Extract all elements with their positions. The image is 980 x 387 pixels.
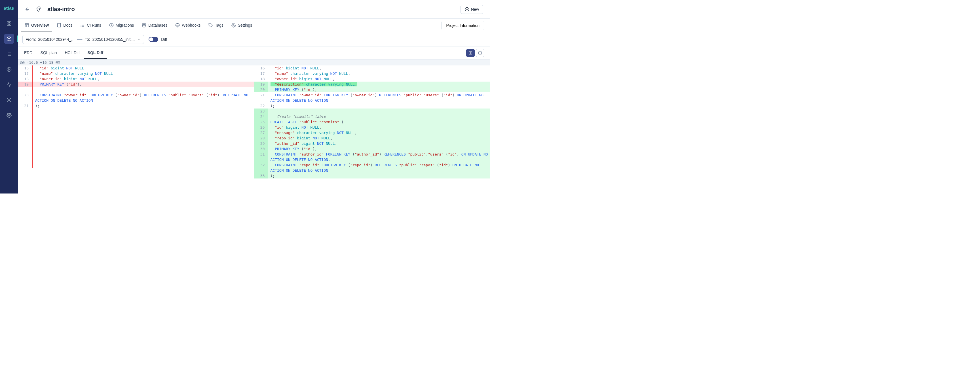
tab-webhooks[interactable]: Webhooks xyxy=(172,19,204,32)
svg-rect-3 xyxy=(10,24,11,25)
tab-label: Migrations xyxy=(116,23,134,27)
tab-migrations[interactable]: Migrations xyxy=(106,19,138,32)
line-number: 19 xyxy=(18,82,32,87)
project-info-button[interactable]: Project Information xyxy=(442,21,485,30)
line-number: 16 xyxy=(254,65,268,71)
new-button[interactable]: New xyxy=(460,5,483,14)
diff-line: 23 xyxy=(254,108,490,114)
tab-databases[interactable]: Databases xyxy=(138,19,171,32)
diff-line: 26 "id" bigint NOT NULL, xyxy=(254,125,490,130)
line-number: 18 xyxy=(254,76,268,82)
sidebar-settings-icon[interactable] xyxy=(4,110,14,121)
diff-line: 28 "repo_id" bigint NOT NULL, xyxy=(254,135,490,141)
sidebar-list-icon[interactable] xyxy=(4,49,14,59)
line-content: -- Create "commits" table xyxy=(268,114,490,119)
subtab-erd[interactable]: ERD xyxy=(20,47,37,59)
line-content xyxy=(33,130,254,135)
sidebar-compass-icon[interactable] xyxy=(4,95,14,105)
sidebar-play-icon[interactable] xyxy=(4,64,14,75)
line-number: 24 xyxy=(254,114,268,119)
tab-overview[interactable]: Overview xyxy=(21,19,52,32)
line-content: PRIMARY KEY ("id"), xyxy=(268,146,490,152)
tab-label: Tags xyxy=(215,23,223,27)
chevron-down-icon xyxy=(137,37,141,41)
line-number: 31 xyxy=(254,152,268,162)
tabs-row: OverviewDocsCI RunsMigrationsDatabasesWe… xyxy=(18,19,490,32)
subtab-sqlplan[interactable]: SQL plan xyxy=(37,47,61,59)
line-number xyxy=(18,152,32,157)
tab-tags[interactable]: Tags xyxy=(205,19,227,32)
line-number xyxy=(18,162,32,168)
line-content xyxy=(33,87,254,92)
line-number xyxy=(18,108,32,114)
line-number: 25 xyxy=(254,119,268,125)
tab-docs[interactable]: Docs xyxy=(53,19,76,32)
tab-ciruns[interactable]: CI Runs xyxy=(77,19,105,32)
diff-line: 20 CONSTRAINT "owner_id" FOREIGN KEY ("o… xyxy=(18,92,254,103)
sidebar-dashboard-icon[interactable] xyxy=(4,18,14,29)
line-number: 20 xyxy=(254,87,268,92)
svg-point-28 xyxy=(110,23,113,27)
line-number xyxy=(18,87,32,92)
diff-line: 29 "author_id" bigint NOT NULL, xyxy=(254,141,490,146)
line-content: CONSTRAINT "repo_id" FOREIGN KEY ("repo_… xyxy=(268,162,490,173)
sidebar-box-icon[interactable] xyxy=(4,34,14,44)
line-number: 29 xyxy=(254,141,268,146)
tab-settings[interactable]: Settings xyxy=(228,19,256,32)
diff-line-empty xyxy=(18,119,254,125)
subtabs-row: ERDSQL planHCL DiffSQL Diff xyxy=(18,46,490,60)
line-number xyxy=(18,130,32,135)
diff-line: 16 "id" bigint NOT NULL, xyxy=(254,65,490,71)
version-range-selector[interactable]: From: 20250104202944_... ⟶ To: 202501041… xyxy=(22,35,144,44)
line-content: ); xyxy=(268,173,490,179)
line-number: 22 xyxy=(254,103,268,108)
line-content: CONSTRAINT "owner_id" FOREIGN KEY ("owne… xyxy=(268,92,490,103)
line-content xyxy=(268,108,490,114)
back-arrow-icon[interactable] xyxy=(25,6,30,12)
svg-point-34 xyxy=(233,25,234,26)
subtab-sqldiff[interactable]: SQL Diff xyxy=(84,47,107,59)
diff-line: 16 "id" bigint NOT NULL, xyxy=(18,65,254,71)
svg-rect-1 xyxy=(10,22,11,23)
diff-line: 19 "description" character varying NULL, xyxy=(254,82,490,87)
split-view-toggle[interactable] xyxy=(466,49,475,57)
svg-rect-0 xyxy=(7,22,8,23)
globe-icon xyxy=(175,23,180,27)
diff-line: 17 "name" character varying NOT NULL, xyxy=(254,71,490,76)
svg-point-30 xyxy=(142,23,146,24)
line-content: "id" bigint NOT NULL, xyxy=(33,65,254,71)
diff-line: 22); xyxy=(254,103,490,108)
line-number: 26 xyxy=(254,125,268,130)
line-content: "message" character varying NOT NULL, xyxy=(268,130,490,135)
sidebar-activity-icon[interactable] xyxy=(4,79,14,90)
project-title: atlas-intro xyxy=(47,6,456,13)
diff-line: 18 "owner_id" bigint NOT NULL, xyxy=(254,76,490,82)
line-number: 19 xyxy=(254,82,268,87)
line-number: 32 xyxy=(254,162,268,173)
diff-line-empty xyxy=(18,114,254,119)
diff-line-empty xyxy=(18,141,254,146)
svg-point-11 xyxy=(7,67,11,72)
brand-logo: atlas xyxy=(4,3,14,13)
line-content: ); xyxy=(268,103,490,108)
diff-line-empty xyxy=(18,135,254,141)
line-content xyxy=(33,141,254,146)
line-number: 23 xyxy=(254,108,268,114)
line-content: CONSTRAINT "author_id" FOREIGN KEY ("aut… xyxy=(268,152,490,162)
database-icon xyxy=(142,23,146,27)
line-content: "description" character varying NULL, xyxy=(268,82,490,87)
tab-label: CI Runs xyxy=(87,23,101,27)
unified-view-toggle[interactable] xyxy=(476,49,484,57)
line-content xyxy=(33,157,254,162)
diff-right-pane: 16 "id" bigint NOT NULL,17 "name" charac… xyxy=(254,65,490,179)
from-value: 20250104202944_... xyxy=(38,37,75,42)
line-content: "id" bigint NOT NULL, xyxy=(268,125,490,130)
svg-rect-37 xyxy=(479,52,482,54)
line-content: "owner_id" bigint NOT NULL, xyxy=(268,76,490,82)
diff-line-empty xyxy=(18,125,254,130)
line-content: CREATE TABLE "public"."commits" ( xyxy=(268,119,490,125)
subtab-hcldiff[interactable]: HCL Diff xyxy=(61,47,83,59)
diff-line-empty xyxy=(18,152,254,157)
tab-label: Webhooks xyxy=(182,23,200,27)
diff-toggle-switch[interactable] xyxy=(149,37,158,42)
